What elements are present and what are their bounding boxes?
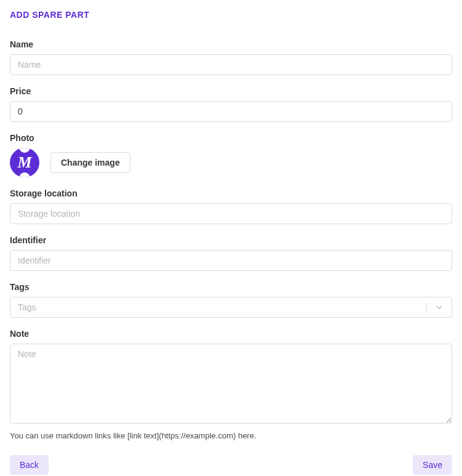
price-group: Price <box>10 86 452 122</box>
storage-location-label: Storage location <box>10 188 452 198</box>
name-label: Name <box>10 39 452 49</box>
name-input[interactable] <box>10 54 452 75</box>
avatar-letter: M <box>17 153 31 172</box>
photo-row: M Change image <box>10 148 452 177</box>
tags-placeholder: Tags <box>18 302 36 312</box>
name-group: Name <box>10 39 452 75</box>
button-row: Back Save <box>10 455 452 475</box>
photo-avatar: M <box>10 148 39 177</box>
storage-location-group: Storage location <box>10 188 452 224</box>
price-input[interactable] <box>10 101 452 122</box>
note-group: Note You can use markdown links like [li… <box>10 329 452 440</box>
chevron-down-icon <box>426 302 444 312</box>
change-image-button[interactable]: Change image <box>50 152 130 173</box>
identifier-input[interactable] <box>10 250 452 271</box>
identifier-group: Identifier <box>10 235 452 271</box>
page-title: ADD SPARE PART <box>10 10 452 20</box>
note-textarea[interactable] <box>10 344 452 424</box>
price-label: Price <box>10 86 452 96</box>
tags-select[interactable]: Tags <box>10 297 452 318</box>
identifier-label: Identifier <box>10 235 452 245</box>
note-help-text: You can use markdown links like [link te… <box>10 431 452 440</box>
tags-label: Tags <box>10 282 452 292</box>
back-button[interactable]: Back <box>10 455 49 475</box>
note-label: Note <box>10 329 452 339</box>
save-button[interactable]: Save <box>413 455 452 475</box>
tags-group: Tags Tags <box>10 282 452 318</box>
photo-group: Photo M Change image <box>10 133 452 177</box>
photo-label: Photo <box>10 133 452 143</box>
storage-location-input[interactable] <box>10 203 452 224</box>
